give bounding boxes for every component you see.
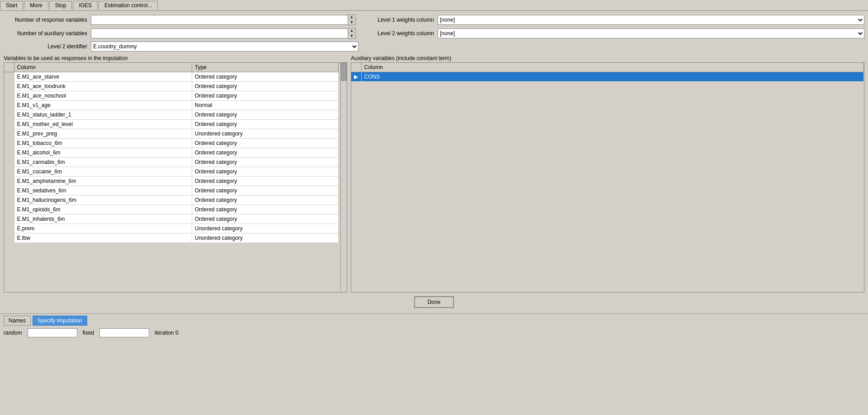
row-column: E.M1_cocaine_6m: [14, 167, 192, 177]
left-table-section: Variables to be used as responses in the…: [4, 55, 347, 293]
left-table-row[interactable]: E.M1_prev_preg Unordered category: [4, 129, 339, 139]
row-arrow: [4, 82, 14, 91]
left-col-header-column: Column: [14, 63, 192, 72]
row-arrow: [4, 205, 14, 214]
row-arrow: [4, 110, 14, 120]
row-type: Ordered category: [192, 158, 338, 167]
level2-weight-label: Level 2 weights column: [359, 30, 434, 37]
row-arrow: [4, 120, 14, 129]
num-response-label: Number of response variables: [4, 17, 87, 23]
left-table-row[interactable]: E.M1_tobacco_6m Ordered category: [4, 139, 339, 148]
row-column: E.M1_hallucinogens_6m: [14, 196, 192, 205]
right-table-label: Auxiliary variables (include constant te…: [351, 55, 864, 61]
left-table-row[interactable]: E.M1_v1_age Normal: [4, 101, 339, 110]
row-type: Ordered category: [192, 196, 338, 205]
level2-weight-select[interactable]: [none]: [438, 28, 864, 38]
tab-iges[interactable]: IGES: [73, 1, 98, 9]
num-aux-spinner-btns[interactable]: ▲ ▼: [348, 28, 356, 39]
left-table-row[interactable]: E.M1_opioids_6m Ordered category: [4, 205, 339, 214]
num-aux-spinner-down[interactable]: ▼: [348, 33, 355, 38]
main-content: Number of response variables 34 ▲ ▼ Leve…: [0, 11, 868, 312]
left-table-row[interactable]: E.M1_ace_noschool Ordered category: [4, 91, 339, 101]
row-type: Ordered category: [192, 167, 338, 177]
row-arrow: [4, 91, 14, 101]
bottom-tabs: Names Specify Imputation: [0, 313, 868, 326]
row-column: E.M1_sedatives_6m: [14, 186, 192, 196]
row-type: Ordered category: [192, 91, 338, 101]
left-table-row[interactable]: E.M1_inhalents_6m Ordered category: [4, 214, 339, 224]
left-scrollbar[interactable]: [340, 63, 347, 292]
fixed-input[interactable]: [99, 328, 149, 337]
row-column: CONS: [361, 72, 864, 82]
row-column: E.M1_prev_preg: [14, 129, 192, 139]
right-col-header-arrow: [351, 63, 361, 72]
row-arrow: [4, 167, 14, 177]
left-table-row[interactable]: E.M1_cannabis_6m Ordered category: [4, 158, 339, 167]
row-type: Ordered category: [192, 186, 338, 196]
num-response-input[interactable]: 34: [91, 15, 348, 25]
level2-select[interactable]: E.country_dummy: [91, 42, 359, 51]
bottom-inputs-row: random fixed iteration 0: [0, 326, 868, 340]
row-type: Ordered category: [192, 82, 338, 91]
left-table-label: Variables to be used as responses in the…: [4, 55, 347, 61]
row-column: E.M1_mother_ed_level: [14, 120, 192, 129]
row-type: Unordered category: [192, 129, 338, 139]
row-type: Ordered category: [192, 214, 338, 224]
row-type: Ordered category: [192, 177, 338, 186]
num-response-spinner[interactable]: 34 ▲ ▼: [91, 14, 356, 25]
row-arrow: [4, 139, 14, 148]
right-table-row[interactable]: ▶CONS: [351, 72, 864, 82]
row-arrow: [4, 224, 14, 233]
row-column: E.M1_ace_noschool: [14, 91, 192, 101]
spinner-up[interactable]: ▲: [348, 15, 355, 20]
tab-estimation-control[interactable]: Estimation control...: [99, 1, 158, 9]
left-table-row[interactable]: E.M1_cocaine_6m Ordered category: [4, 167, 339, 177]
row-column: E.lbw: [14, 233, 192, 243]
level1-weight-label: Level 1 weights column: [359, 17, 434, 23]
tab-names[interactable]: Names: [4, 316, 31, 326]
row-arrow: [4, 158, 14, 167]
left-table-row[interactable]: E.M1_ace_starve Ordered category: [4, 72, 339, 82]
tab-more[interactable]: More: [24, 1, 48, 9]
left-col-header-arrow: [4, 63, 14, 72]
left-table-row[interactable]: E.M1_amphetamine_6m Ordered category: [4, 177, 339, 186]
random-input[interactable]: [28, 328, 77, 337]
row-type: Unordered category: [192, 224, 338, 233]
spinner-down[interactable]: ▼: [348, 20, 355, 25]
tab-start[interactable]: Start: [0, 1, 23, 9]
left-table-row[interactable]: E.lbw Unordered category: [4, 233, 339, 243]
row-arrow: [4, 148, 14, 158]
right-col-header-column: Column: [361, 63, 864, 72]
tab-stop[interactable]: Stop: [49, 1, 72, 9]
row-arrow: [4, 72, 14, 82]
done-button[interactable]: Done: [414, 296, 454, 308]
row-column: E.M1_amphetamine_6m: [14, 177, 192, 186]
fixed-label: fixed: [83, 330, 94, 336]
row-arrow: ▶: [351, 72, 361, 82]
left-table-row[interactable]: E.M1_mother_ed_level Ordered category: [4, 120, 339, 129]
left-table-row[interactable]: E.M1_hallucinogens_6m Ordered category: [4, 196, 339, 205]
left-table-row[interactable]: E.prem Unordered category: [4, 224, 339, 233]
left-scrollbar-thumb[interactable]: [340, 63, 347, 81]
num-aux-spinner[interactable]: 1 ▲ ▼: [91, 28, 356, 39]
num-aux-spinner-up[interactable]: ▲: [348, 28, 355, 33]
row-column: E.M1_opioids_6m: [14, 205, 192, 214]
row-column: E.M1_status_ladder_1: [14, 110, 192, 120]
top-tabs-row: Start More Stop IGES Estimation control.…: [0, 0, 868, 11]
done-row: Done: [4, 296, 864, 308]
row-column: E.M1_cannabis_6m: [14, 158, 192, 167]
left-table-row[interactable]: E.M1_sedatives_6m Ordered category: [4, 186, 339, 196]
left-table-row[interactable]: E.M1_status_ladder_1 Ordered category: [4, 110, 339, 120]
row-type: Ordered category: [192, 120, 338, 129]
left-table: Column Type E.M1_ace_starve Ordered cate…: [4, 63, 339, 243]
left-table-row[interactable]: E.M1_alcohol_6m Ordered category: [4, 148, 339, 158]
left-table-row[interactable]: E.M1_ace_toodrunk Ordered category: [4, 82, 339, 91]
right-table-section: Auxiliary variables (include constant te…: [351, 55, 864, 293]
tab-specify-imputation[interactable]: Specify Imputation: [33, 316, 87, 326]
row-type: Unordered category: [192, 233, 338, 243]
num-aux-input[interactable]: 1: [91, 28, 348, 38]
iteration-label: iteration 0: [155, 330, 179, 336]
row-type: Ordered category: [192, 110, 338, 120]
level1-weight-select[interactable]: [none]: [438, 15, 864, 25]
num-response-spinner-btns[interactable]: ▲ ▼: [348, 14, 356, 25]
